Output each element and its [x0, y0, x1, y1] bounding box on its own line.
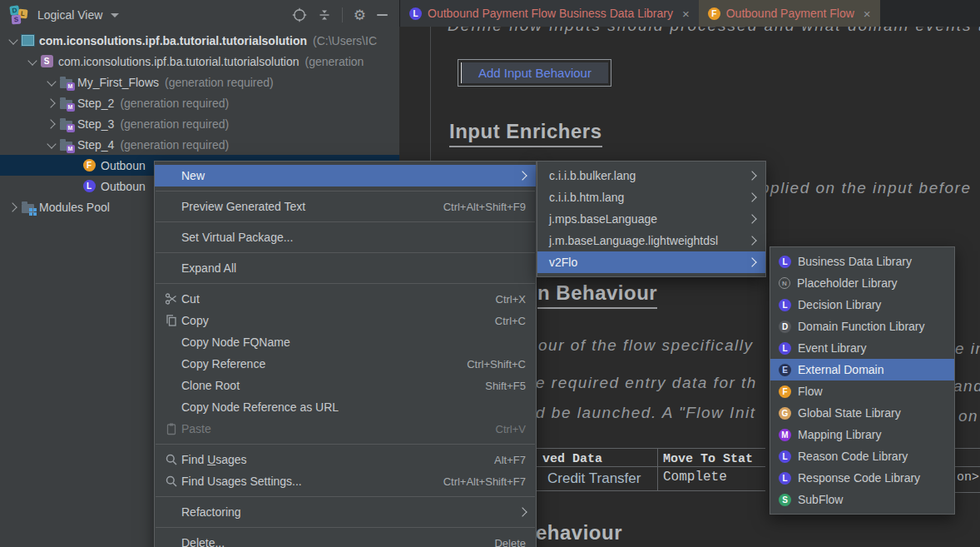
menu-item-find-usages[interactable]: Find Usages Alt+F7 — [155, 449, 536, 470]
submenu-item-htm-lang[interactable]: c.i.i.b.htm.lang — [537, 186, 765, 208]
menu-item-find-usages-settings[interactable]: Find Usages Settings... Ctrl+Alt+Shift+F… — [155, 470, 536, 492]
table-cell[interactable]: Complete — [663, 470, 727, 485]
comment-fragment: our of the flow specifically — [538, 336, 754, 355]
comment-fragment: and — [953, 377, 980, 395]
ide-window: DLS Logical View ⚙ com.iconsolutions.ipf… — [0, 0, 980, 547]
table-border — [955, 448, 980, 449]
table-header-cell: ved Data — [542, 452, 602, 466]
tree-item-module[interactable]: S com.iconsolutions.ipf.ba.tutorial.tuto… — [0, 51, 399, 72]
table-border — [955, 466, 980, 467]
submenu-item-reason-code-library[interactable]: L Reason Code Library — [770, 445, 954, 467]
submenu-item-external-domain[interactable]: E External Domain — [770, 359, 954, 380]
tab-outbound-payment-flow-business-data-library[interactable]: L Outbound Payment Flow Business Data Li… — [400, 0, 699, 27]
paste-icon — [161, 422, 181, 435]
menu-separator — [156, 252, 535, 253]
collapse-all-icon[interactable] — [318, 8, 331, 22]
external-domain-icon: E — [779, 364, 791, 376]
menu-item-copy[interactable]: Copy Ctrl+C — [155, 310, 536, 331]
submenu-item-business-data-library[interactable]: L Business Data Library — [770, 251, 954, 272]
expand-chevron-icon[interactable] — [45, 97, 58, 110]
expand-chevron-icon[interactable] — [26, 55, 39, 68]
library-icon: L — [82, 179, 97, 194]
submenu-item-domain-function-library[interactable]: D Domain Function Library — [770, 316, 954, 337]
subflow-icon: S — [779, 494, 791, 506]
comment-fragment: pplied on the input before — [760, 179, 971, 197]
submenu-item-subflow[interactable]: S SubFlow — [770, 489, 954, 510]
modules-pool-icon — [20, 200, 35, 215]
submenu-item-response-code-library[interactable]: L Response Code Library — [770, 467, 954, 489]
menu-item-copy-node-reference-as-url[interactable]: Copy Node Reference as URL — [155, 396, 536, 418]
library-icon: L — [409, 7, 422, 20]
library-icon: L — [779, 450, 791, 463]
submenu-arrow-icon — [517, 171, 527, 180]
menu-separator — [156, 221, 535, 222]
clipped-comment-line: Define how inputs should processed and w… — [448, 27, 980, 35]
settings-gear-icon[interactable]: ⚙ — [354, 8, 366, 22]
submenu-item-event-library[interactable]: L Event Library — [770, 337, 954, 359]
table-border — [536, 448, 765, 449]
submenu-arrow-icon — [517, 507, 527, 516]
library-icon: L — [779, 472, 791, 485]
submenu-item-baselanguage[interactable]: j.mps.baseLanguage — [537, 208, 765, 230]
model-folder-icon: M — [58, 137, 73, 152]
expand-chevron-icon[interactable] — [45, 76, 58, 89]
tree-item-solution[interactable]: com.iconsolutions.ipf.ba.tutorial.tutori… — [0, 30, 399, 51]
expand-chevron-icon[interactable] — [7, 201, 20, 214]
menu-item-delete[interactable]: Delete... Delete — [155, 532, 536, 547]
solution-module-icon: S — [39, 54, 54, 69]
menu-item-copy-node-fqname[interactable]: Copy Node FQName — [155, 331, 536, 353]
expand-chevron-icon[interactable] — [7, 34, 20, 47]
submenu-arrow-icon — [747, 214, 756, 223]
context-menu: New Preview Generated Text Ctrl+Alt+Shif… — [154, 161, 537, 547]
behaviour-heading: n Behaviour — [537, 281, 657, 309]
flow-icon: F — [779, 385, 791, 398]
submenu-item-v2flo[interactable]: v2Flo — [537, 251, 765, 273]
tree-item-my-first-flows[interactable]: M My_First_Flows (generation required) — [0, 72, 399, 92]
table-border — [536, 466, 765, 467]
table-border — [536, 490, 765, 491]
submenu-item-decision-library[interactable]: L Decision Library — [770, 294, 954, 316]
tree-item-step2[interactable]: M Step_2 (generation required) — [0, 92, 399, 113]
menu-item-set-virtual-package[interactable]: Set Virtual Package... — [155, 226, 536, 248]
mapping-icon: M — [779, 429, 791, 441]
v2flo-submenu: L Business Data Library N Placeholder Li… — [770, 246, 955, 515]
model-folder-icon: M — [58, 96, 73, 111]
tab-outbound-payment-flow[interactable]: F Outbound Payment Flow × — [699, 0, 880, 27]
chevron-down-icon[interactable] — [111, 13, 119, 17]
magnifier-icon — [161, 453, 181, 466]
menu-item-preview-generated-text[interactable]: Preview Generated Text Ctrl+Alt+Shift+F9 — [155, 196, 536, 217]
menu-item-expand-all[interactable]: Expand All — [155, 257, 536, 279]
submenu-item-placeholder-library[interactable]: N Placeholder Library — [770, 272, 954, 294]
locate-target-icon[interactable] — [292, 7, 307, 22]
submenu-item-global-state-library[interactable]: G Global State Library — [770, 402, 954, 424]
tree-item-step4[interactable]: M Step_4 (generation required) — [0, 134, 399, 155]
submenu-arrow-icon — [747, 236, 756, 245]
project-panel-header: DLS Logical View ⚙ — [0, 0, 399, 30]
hide-panel-icon[interactable] — [377, 14, 388, 16]
close-icon[interactable]: × — [682, 7, 690, 20]
library-icon: L — [779, 299, 791, 311]
submenu-item-mapping-library[interactable]: M Mapping Library — [770, 424, 954, 445]
close-icon[interactable]: × — [864, 7, 871, 20]
expand-chevron-icon[interactable] — [45, 138, 58, 152]
add-input-behaviour-button[interactable]: Add Input Behaviour — [458, 59, 611, 87]
submenu-item-bulker-lang[interactable]: c.i.i.b.bulker.lang — [537, 165, 765, 186]
submenu-arrow-icon — [747, 192, 756, 201]
menu-item-clone-root[interactable]: Clone Root Shift+F5 — [155, 375, 536, 396]
new-submenu: c.i.i.b.bulker.lang c.i.i.b.htm.lang j.m… — [537, 161, 766, 277]
submenu-item-lightweightdsl[interactable]: j.m.baseLanguage.lightweightdsl — [537, 230, 765, 251]
menu-item-refactoring[interactable]: Refactoring — [155, 501, 536, 523]
menu-item-new[interactable]: New — [155, 165, 536, 186]
table-cell[interactable]: Credit Transfer — [547, 470, 641, 487]
view-selector[interactable]: Logical View — [37, 8, 102, 22]
menu-separator — [156, 444, 535, 445]
menu-item-cut[interactable]: Cut Ctrl+X — [155, 288, 536, 310]
submenu-item-flow[interactable]: F Flow — [770, 380, 954, 402]
library-icon: L — [779, 256, 791, 268]
tree-item-step3[interactable]: M Step_3 (generation required) — [0, 113, 399, 134]
toolbar-divider — [342, 7, 343, 22]
expand-chevron-icon[interactable] — [45, 117, 58, 131]
table-cell-fragment: on> — [957, 470, 979, 485]
menu-item-paste[interactable]: Paste Ctrl+V — [155, 418, 536, 440]
menu-item-copy-reference[interactable]: Copy Reference Ctrl+Shift+C — [155, 353, 536, 375]
